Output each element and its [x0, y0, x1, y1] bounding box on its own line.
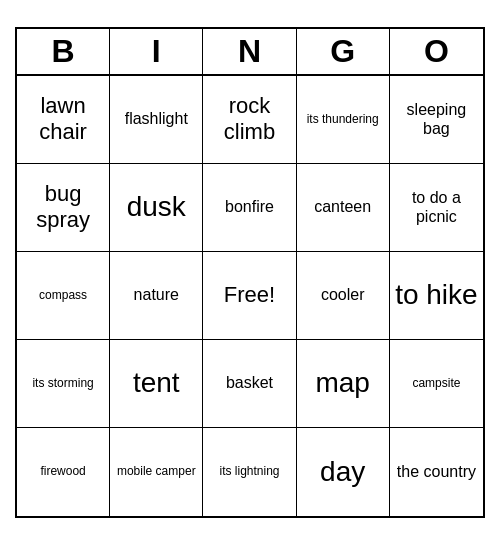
bingo-cell: sleeping bag [390, 76, 483, 164]
cell-text: dusk [127, 190, 186, 224]
cell-text: tent [133, 366, 180, 400]
bingo-cell: Free! [203, 252, 296, 340]
header-letter: N [203, 29, 296, 74]
cell-text: basket [226, 373, 273, 392]
cell-text: cooler [321, 285, 365, 304]
bingo-cell: rock climb [203, 76, 296, 164]
bingo-header: BINGO [17, 29, 483, 76]
cell-text: to do a picnic [394, 188, 479, 226]
cell-text: rock climb [207, 93, 291, 146]
bingo-cell: its lightning [203, 428, 296, 516]
cell-text: to hike [395, 278, 478, 312]
header-letter: B [17, 29, 110, 74]
cell-text: its storming [32, 376, 93, 390]
bingo-cell: the country [390, 428, 483, 516]
bingo-cell: its storming [17, 340, 110, 428]
bingo-cell: flashlight [110, 76, 203, 164]
cell-text: compass [39, 288, 87, 302]
bingo-cell: map [297, 340, 390, 428]
bingo-cell: campsite [390, 340, 483, 428]
bingo-cell: mobile camper [110, 428, 203, 516]
bingo-cell: cooler [297, 252, 390, 340]
cell-text: canteen [314, 197, 371, 216]
header-letter: I [110, 29, 203, 74]
cell-text: flashlight [125, 109, 188, 128]
cell-text: nature [134, 285, 179, 304]
header-letter: G [297, 29, 390, 74]
bingo-grid: lawn chairflashlightrock climbits thunde… [17, 76, 483, 516]
header-letter: O [390, 29, 483, 74]
bingo-cell: bonfire [203, 164, 296, 252]
bingo-cell: dusk [110, 164, 203, 252]
cell-text: lawn chair [21, 93, 105, 146]
cell-text: its thundering [307, 112, 379, 126]
cell-text: its lightning [219, 464, 279, 478]
cell-text: day [320, 455, 365, 489]
bingo-card: BINGO lawn chairflashlightrock climbits … [15, 27, 485, 518]
cell-text: sleeping bag [394, 100, 479, 138]
cell-text: bug spray [21, 181, 105, 234]
bingo-cell: canteen [297, 164, 390, 252]
cell-text: firewood [40, 464, 85, 478]
bingo-cell: to do a picnic [390, 164, 483, 252]
bingo-cell: basket [203, 340, 296, 428]
cell-text: the country [397, 462, 476, 481]
bingo-cell: bug spray [17, 164, 110, 252]
bingo-cell: firewood [17, 428, 110, 516]
cell-text: mobile camper [117, 464, 196, 478]
bingo-cell: day [297, 428, 390, 516]
bingo-cell: nature [110, 252, 203, 340]
bingo-cell: its thundering [297, 76, 390, 164]
cell-text: Free! [224, 282, 275, 308]
bingo-cell: tent [110, 340, 203, 428]
bingo-cell: compass [17, 252, 110, 340]
bingo-cell: to hike [390, 252, 483, 340]
cell-text: bonfire [225, 197, 274, 216]
cell-text: campsite [412, 376, 460, 390]
bingo-cell: lawn chair [17, 76, 110, 164]
cell-text: map [315, 366, 369, 400]
